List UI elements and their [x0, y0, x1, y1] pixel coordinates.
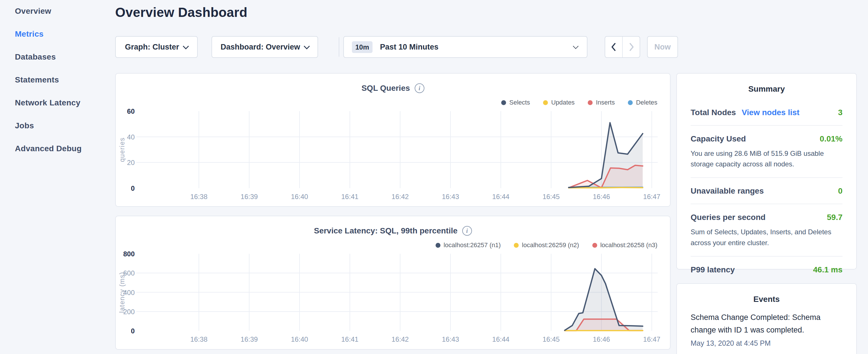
svg-text:20: 20	[127, 159, 135, 166]
svg-text:16:38: 16:38	[190, 335, 208, 343]
summary-note: Sum of Selects, Updates, Inserts, and De…	[691, 227, 842, 248]
service-latency-plot[interactable]: 16:3816:3916:4016:4116:4216:4316:4416:45…	[116, 216, 670, 349]
legend-item: Updates	[543, 99, 575, 106]
sql-queries-card: 16:3816:3916:4016:4116:4216:4316:4416:45…	[115, 73, 671, 207]
svg-text:queries: queries	[118, 137, 126, 162]
summary-note: You are using 28.6 MiB of 515.9 GiB usab…	[691, 148, 842, 169]
svg-text:16:41: 16:41	[341, 193, 359, 200]
legend-label: Updates	[551, 99, 575, 106]
legend-dot	[543, 100, 548, 105]
summary-label: Total Nodes	[691, 108, 736, 117]
controls-divider	[339, 37, 339, 57]
summary-row: Capacity Used0.01%You are using 28.6 MiB…	[691, 126, 842, 178]
summary-row: Unavailable ranges0	[691, 178, 842, 204]
chevron-down-icon	[183, 43, 189, 49]
svg-text:16:40: 16:40	[291, 193, 308, 200]
svg-text:16:46: 16:46	[593, 335, 610, 343]
sidebar-item-advanced-debug[interactable]: Advanced Debug	[15, 144, 115, 154]
event-item: Schema Change Completed: Schema change w…	[691, 311, 842, 347]
service-latency-card: 16:3816:3916:4016:4116:4216:4316:4416:45…	[115, 216, 671, 350]
legend-item: localhost:26258 (n3)	[592, 242, 657, 249]
legend-dot	[628, 100, 633, 105]
summary-value: 59.7	[827, 213, 843, 222]
legend-item: Inserts	[588, 99, 615, 106]
chart-header: Service Latency: SQL, 99th percentile i	[116, 226, 670, 236]
summary-label: Capacity Used	[691, 134, 746, 143]
next-range-button[interactable]	[622, 37, 640, 57]
svg-text:16:41: 16:41	[341, 335, 359, 343]
legend-item: Deletes	[628, 99, 657, 106]
legend-dot	[436, 243, 440, 248]
time-range-badge: 10m	[352, 41, 373, 53]
summary-value: 3	[838, 108, 842, 117]
svg-text:16:47: 16:47	[643, 335, 660, 343]
summary-label: Queries per second	[691, 213, 766, 222]
svg-text:0: 0	[131, 185, 135, 192]
view-nodes-link[interactable]: View nodes list	[742, 108, 800, 117]
svg-text:60: 60	[127, 107, 135, 115]
svg-text:16:44: 16:44	[492, 335, 509, 343]
chevron-down-icon	[304, 43, 310, 49]
sidebar: OverviewMetricsDatabasesStatementsNetwor…	[0, 0, 115, 154]
summary-panel: Summary Total NodesView nodes list3Capac…	[676, 73, 857, 269]
summary-value: 0.01%	[820, 134, 842, 143]
time-range-selector[interactable]: 10m Past 10 Minutes	[343, 36, 587, 58]
svg-text:40: 40	[127, 133, 135, 141]
chevron-down-icon	[573, 43, 579, 49]
event-text: Schema Change Completed: Schema change w…	[691, 311, 842, 336]
dashboard-dropdown-label: Dashboard: Overview	[221, 43, 300, 52]
summary-value: 0	[838, 187, 842, 196]
graph-dropdown-label: Graph: Cluster	[125, 43, 179, 52]
sidebar-item-overview[interactable]: Overview	[15, 6, 115, 16]
svg-text:latency (ms): latency (ms)	[118, 272, 126, 313]
sidebar-item-databases[interactable]: Databases	[15, 52, 115, 62]
legend-label: localhost:26257 (n1)	[443, 242, 501, 249]
legend-item: localhost:26259 (n2)	[514, 242, 579, 249]
svg-text:16:45: 16:45	[542, 193, 560, 200]
summary-label: P99 latency	[691, 265, 735, 275]
chevron-right-icon	[627, 42, 635, 52]
legend-label: Deletes	[636, 99, 657, 106]
time-step-buttons	[604, 36, 640, 58]
events-list: Schema Change Completed: Schema change w…	[691, 311, 842, 347]
sidebar-item-jobs[interactable]: Jobs	[15, 121, 115, 131]
sidebar-item-metrics[interactable]: Metrics	[15, 29, 115, 39]
now-button[interactable]: Now	[647, 36, 678, 58]
chart-title: Service Latency: SQL, 99th percentile	[314, 226, 457, 235]
legend-label: localhost:26258 (n3)	[600, 242, 657, 249]
legend-label: Inserts	[596, 99, 615, 106]
sql-queries-plot[interactable]: 16:3816:3916:4016:4116:4216:4316:4416:45…	[116, 74, 670, 206]
chart-legend: SelectsUpdatesInsertsDeletes	[501, 99, 657, 106]
legend-label: Selects	[509, 99, 530, 106]
sidebar-item-network-latency[interactable]: Network Latency	[15, 98, 115, 108]
svg-text:0: 0	[131, 327, 135, 335]
graph-dropdown[interactable]: Graph: Cluster	[115, 36, 198, 58]
summary-row: P99 latency46.1 ms	[691, 257, 842, 282]
prev-range-button[interactable]	[605, 37, 622, 57]
dashboard-dropdown[interactable]: Dashboard: Overview	[212, 36, 318, 58]
svg-text:16:42: 16:42	[392, 335, 409, 343]
summary-value: 46.1 ms	[813, 265, 842, 275]
info-icon[interactable]: i	[415, 83, 425, 93]
legend-item: localhost:26257 (n1)	[436, 242, 501, 249]
summary-label: Unavailable ranges	[691, 187, 764, 196]
chart-title: SQL Queries	[361, 84, 410, 93]
svg-text:16:43: 16:43	[442, 193, 459, 200]
svg-text:16:39: 16:39	[241, 193, 258, 200]
svg-text:16:45: 16:45	[542, 335, 560, 343]
legend-dot	[514, 243, 519, 248]
summary-row: Total NodesView nodes list3	[691, 99, 842, 126]
svg-text:16:44: 16:44	[492, 193, 509, 200]
events-panel: Events Schema Change Completed: Schema c…	[676, 283, 857, 354]
svg-text:16:43: 16:43	[442, 335, 459, 343]
info-icon[interactable]: i	[462, 226, 472, 236]
event-timestamp: May 13, 2020 at 4:45 PM	[691, 339, 842, 347]
summary-rows: Total NodesView nodes list3Capacity Used…	[691, 99, 842, 282]
legend-item: Selects	[501, 99, 530, 106]
sidebar-item-statements[interactable]: Statements	[15, 75, 115, 85]
chart-header: SQL Queries i	[116, 83, 670, 93]
svg-text:16:38: 16:38	[190, 193, 208, 200]
svg-text:16:42: 16:42	[392, 193, 409, 200]
legend-label: localhost:26259 (n2)	[522, 242, 579, 249]
chevron-left-icon	[610, 42, 618, 52]
